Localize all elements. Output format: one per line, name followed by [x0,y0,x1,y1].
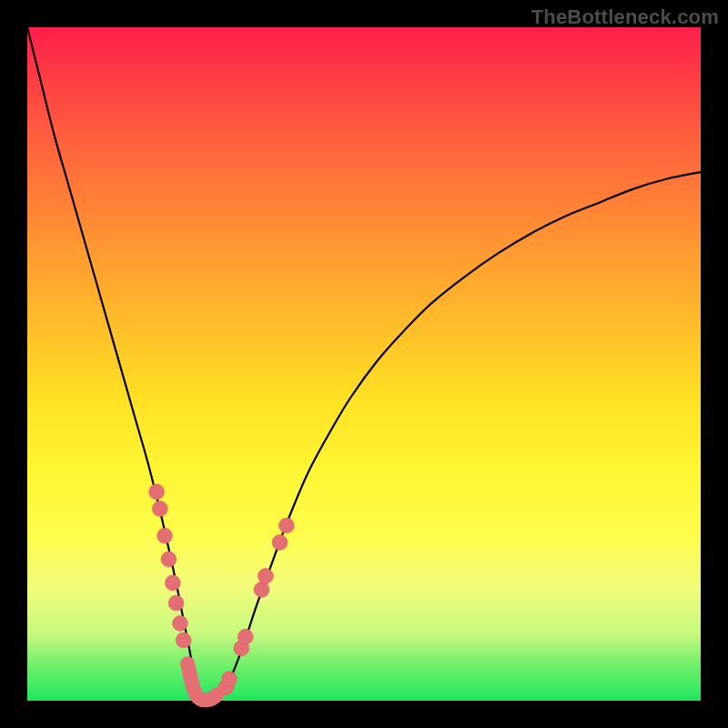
curve-layer [27,27,701,701]
highlight-dot [272,535,288,551]
highlight-dot [149,484,165,500]
watermark-text: TheBottleneck.com [531,5,719,29]
highlight-dot [152,501,167,517]
chart-frame: TheBottleneck.com [0,0,728,728]
plot-area [27,27,701,701]
highlight-dot [222,672,238,687]
highlight-dot [165,575,180,591]
highlight-dot [176,632,191,648]
highlight-dot [168,595,184,611]
highlight-dot [157,528,172,543]
highlight-dot [278,518,294,533]
highlight-dot [238,629,253,644]
highlight-dot [254,581,269,597]
highlight-dot [161,551,177,567]
highlight-dot [172,615,187,631]
valley-highlight-arc [187,663,217,700]
bottleneck-curve [27,27,701,703]
highlight-dot [258,569,273,584]
